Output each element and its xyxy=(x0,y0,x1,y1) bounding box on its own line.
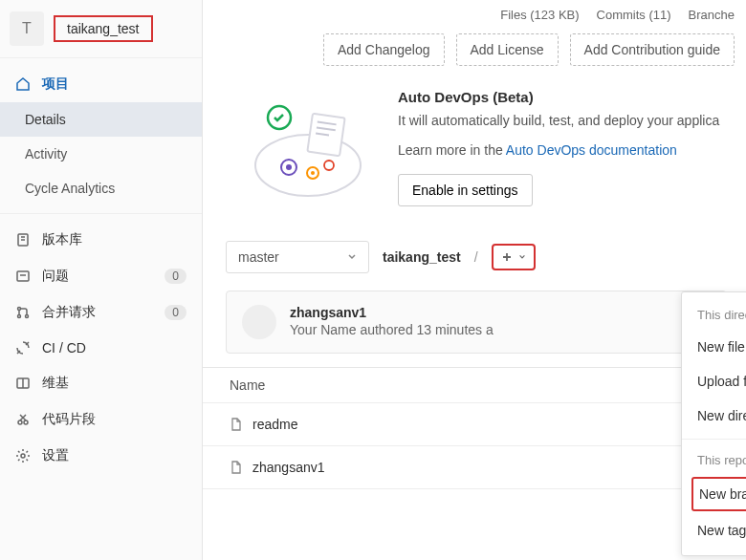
file-row[interactable]: readme xyxy=(203,403,746,446)
issues-icon xyxy=(15,269,31,284)
files-table: Name readme zhangsanv1 xyxy=(203,367,746,489)
svg-point-2 xyxy=(18,308,21,311)
svg-point-15 xyxy=(311,171,315,175)
cicd-icon xyxy=(15,340,31,355)
sidebar-item-merge-requests[interactable]: 合并请求 0 xyxy=(0,294,202,331)
devops-title: Auto DevOps (Beta) xyxy=(398,89,727,105)
menu-item-new-file[interactable]: New file xyxy=(682,330,746,364)
commit-author[interactable]: zhangsanv1 xyxy=(290,305,494,320)
dropdown-divider xyxy=(682,439,746,440)
menu-item-new-branch[interactable]: New branch xyxy=(691,477,746,511)
devops-learn-more: Learn more in the Auto DevOps documentat… xyxy=(398,140,727,161)
home-icon xyxy=(15,76,31,92)
sidebar-item-snippets[interactable]: 代码片段 xyxy=(0,401,202,438)
project-name[interactable]: taikang_test xyxy=(54,15,153,42)
devops-panel: Auto DevOps (Beta) It will automatically… xyxy=(203,81,746,226)
file-row[interactable]: zhangsanv1 xyxy=(203,446,746,489)
quick-actions: Add Changelog Add License Add Contributi… xyxy=(203,26,746,81)
stat-commits[interactable]: Commits (11) xyxy=(597,8,671,22)
last-commit-box: zhangsanv1 Your Name authored 13 minutes… xyxy=(226,291,727,354)
snippets-icon xyxy=(15,412,31,427)
menu-item-new-tag[interactable]: New tag xyxy=(682,513,746,548)
sidebar: T taikang_test 项目 Details Activity Cycle… xyxy=(0,0,203,560)
files-header-name: Name xyxy=(203,368,746,403)
dropdown-section-directory: This directory xyxy=(682,300,746,330)
enable-settings-button[interactable]: Enable in settings xyxy=(398,174,533,206)
issues-badge: 0 xyxy=(165,269,186,284)
sidebar-item-settings[interactable]: 设置 xyxy=(0,438,202,474)
top-stats: Files (123 KB) Commits (11) Branche xyxy=(203,0,746,26)
menu-item-new-directory[interactable]: New directory xyxy=(682,398,746,433)
devops-illustration xyxy=(241,89,375,204)
gear-icon xyxy=(15,448,31,463)
add-dropdown-menu: This directory New file Upload file New … xyxy=(681,291,746,556)
repo-icon xyxy=(15,232,31,248)
main-content: Files (123 KB) Commits (11) Branche Add … xyxy=(203,0,746,560)
stat-files[interactable]: Files (123 KB) xyxy=(500,8,579,22)
sidebar-item-activity[interactable]: Activity xyxy=(0,137,202,171)
file-icon xyxy=(230,418,243,431)
sidebar-item-wiki[interactable]: 维基 xyxy=(0,365,202,401)
merge-badge: 0 xyxy=(165,305,186,320)
svg-point-4 xyxy=(26,315,29,318)
add-dropdown-button[interactable] xyxy=(492,244,536,270)
sidebar-label: 项目 xyxy=(42,75,69,93)
merge-icon xyxy=(15,305,31,320)
devops-doc-link[interactable]: Auto DevOps documentation xyxy=(506,142,677,158)
sidebar-item-cicd[interactable]: CI / CD xyxy=(0,331,202,365)
chevron-down-icon xyxy=(518,253,526,261)
chevron-down-icon xyxy=(347,252,357,262)
commit-meta: Your Name authored 13 minutes a xyxy=(290,322,494,337)
sidebar-item-issues[interactable]: 问题 0 xyxy=(0,258,202,294)
svg-point-13 xyxy=(286,164,292,170)
add-license-button[interactable]: Add License xyxy=(456,33,559,66)
branch-selector[interactable]: master xyxy=(226,241,369,273)
commit-avatar xyxy=(242,305,276,339)
sidebar-item-cycle-analytics[interactable]: Cycle Analytics xyxy=(0,171,202,205)
sidebar-item-repository[interactable]: 版本库 xyxy=(0,222,202,258)
project-avatar[interactable]: T xyxy=(10,11,44,46)
menu-item-upload-file[interactable]: Upload file xyxy=(682,364,746,398)
svg-point-3 xyxy=(18,315,21,318)
sidebar-item-details[interactable]: Details xyxy=(0,102,202,137)
svg-point-6 xyxy=(18,420,22,424)
breadcrumb-separator: / xyxy=(474,249,478,265)
branch-row: master taikang_test / xyxy=(203,226,746,285)
svg-point-7 xyxy=(24,420,28,424)
plus-icon xyxy=(501,251,513,263)
add-changelog-button[interactable]: Add Changelog xyxy=(323,33,445,66)
sidebar-item-project[interactable]: 项目 xyxy=(0,66,202,102)
file-name: readme xyxy=(252,417,297,432)
devops-description: It will automatically build, test, and d… xyxy=(398,111,727,131)
file-icon xyxy=(230,461,243,474)
svg-point-8 xyxy=(21,454,25,458)
sidebar-header: T taikang_test xyxy=(0,0,202,58)
stat-branches[interactable]: Branche xyxy=(689,8,735,22)
dropdown-section-repository: This repository xyxy=(682,445,746,475)
svg-rect-1 xyxy=(17,271,29,281)
breadcrumb-project[interactable]: taikang_test xyxy=(383,249,461,265)
file-name: zhangsanv1 xyxy=(252,460,325,475)
wiki-icon xyxy=(15,376,31,391)
add-contribution-button[interactable]: Add Contribution guide xyxy=(570,33,735,66)
